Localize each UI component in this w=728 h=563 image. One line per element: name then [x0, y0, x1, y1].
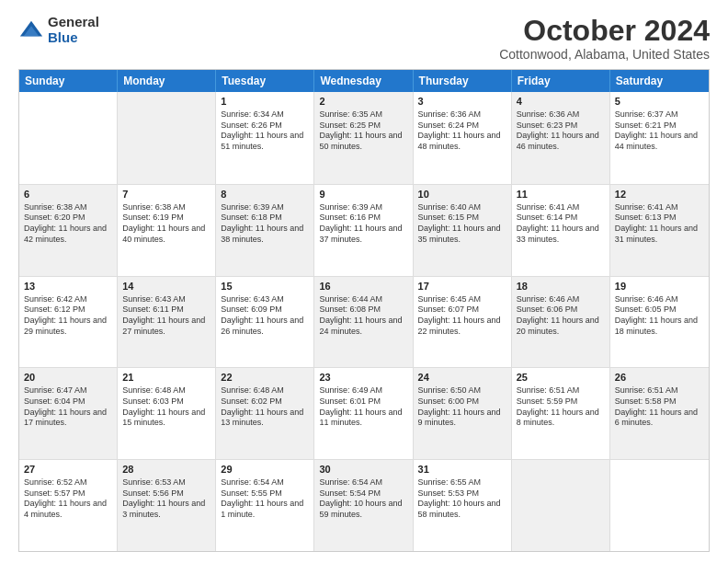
calendar-cell: 7Sunrise: 6:38 AM Sunset: 6:19 PM Daylig…: [118, 185, 216, 276]
cell-info: Sunrise: 6:34 AM Sunset: 6:26 PM Dayligh…: [221, 109, 309, 153]
calendar-cell: 6Sunrise: 6:38 AM Sunset: 6:20 PM Daylig…: [19, 185, 118, 276]
cell-info: Sunrise: 6:48 AM Sunset: 6:02 PM Dayligh…: [221, 385, 309, 429]
calendar-cell: 10Sunrise: 6:40 AM Sunset: 6:15 PM Dayli…: [414, 185, 512, 276]
day-number: 27: [24, 463, 112, 477]
calendar-cell: 22Sunrise: 6:48 AM Sunset: 6:02 PM Dayli…: [216, 368, 314, 459]
day-number: 3: [418, 95, 506, 109]
cell-info: Sunrise: 6:46 AM Sunset: 6:06 PM Dayligh…: [517, 294, 605, 338]
cell-info: Sunrise: 6:38 AM Sunset: 6:20 PM Dayligh…: [24, 202, 112, 246]
cell-info: Sunrise: 6:35 AM Sunset: 6:25 PM Dayligh…: [319, 109, 407, 153]
cell-info: Sunrise: 6:46 AM Sunset: 6:05 PM Dayligh…: [615, 294, 704, 338]
day-number: 20: [24, 371, 112, 385]
logo-blue: Blue: [48, 30, 99, 46]
calendar-cell: 4Sunrise: 6:36 AM Sunset: 6:23 PM Daylig…: [512, 92, 610, 184]
day-number: 17: [418, 280, 506, 293]
day-number: 10: [418, 188, 506, 201]
day-number: 31: [418, 463, 506, 477]
day-number: 21: [122, 371, 210, 385]
calendar-row: 27Sunrise: 6:52 AM Sunset: 5:57 PM Dayli…: [19, 459, 709, 551]
calendar-cell: 25Sunrise: 6:51 AM Sunset: 5:59 PM Dayli…: [512, 368, 610, 459]
day-number: 26: [615, 371, 704, 385]
calendar-cell: 23Sunrise: 6:49 AM Sunset: 6:01 PM Dayli…: [314, 368, 413, 459]
calendar-cell: [610, 460, 709, 551]
cell-info: Sunrise: 6:44 AM Sunset: 6:08 PM Dayligh…: [319, 294, 407, 338]
calendar-header-cell: Tuesday: [216, 70, 314, 92]
calendar-cell: 27Sunrise: 6:52 AM Sunset: 5:57 PM Dayli…: [19, 460, 118, 551]
day-number: 1: [221, 95, 309, 109]
cell-info: Sunrise: 6:36 AM Sunset: 6:23 PM Dayligh…: [517, 109, 605, 153]
day-number: 30: [319, 463, 407, 477]
calendar-cell: 2Sunrise: 6:35 AM Sunset: 6:25 PM Daylig…: [314, 92, 413, 184]
calendar-header-cell: Friday: [512, 70, 610, 92]
calendar-header-cell: Wednesday: [314, 70, 413, 92]
calendar-cell: 15Sunrise: 6:43 AM Sunset: 6:09 PM Dayli…: [216, 277, 314, 368]
day-number: 6: [24, 188, 112, 201]
cell-info: Sunrise: 6:45 AM Sunset: 6:07 PM Dayligh…: [418, 294, 506, 338]
calendar-cell: 3Sunrise: 6:36 AM Sunset: 6:24 PM Daylig…: [414, 92, 512, 184]
header: General Blue October 2024 Cottonwood, Al…: [18, 15, 710, 62]
title-block: October 2024 Cottonwood, Alabama, United…: [499, 15, 710, 62]
calendar-cell: 24Sunrise: 6:50 AM Sunset: 6:00 PM Dayli…: [414, 368, 512, 459]
logo: General Blue: [18, 15, 99, 45]
calendar-cell: 31Sunrise: 6:55 AM Sunset: 5:53 PM Dayli…: [414, 460, 512, 551]
calendar-row: 13Sunrise: 6:42 AM Sunset: 6:12 PM Dayli…: [19, 276, 709, 368]
day-number: 9: [319, 188, 407, 201]
day-number: 25: [517, 371, 605, 385]
day-number: 29: [221, 463, 309, 477]
day-number: 7: [122, 188, 210, 201]
day-number: 13: [24, 280, 112, 293]
day-number: 14: [122, 280, 210, 293]
calendar-cell: 20Sunrise: 6:47 AM Sunset: 6:04 PM Dayli…: [19, 368, 118, 459]
cell-info: Sunrise: 6:38 AM Sunset: 6:19 PM Dayligh…: [122, 202, 210, 246]
cell-info: Sunrise: 6:43 AM Sunset: 6:09 PM Dayligh…: [221, 294, 309, 338]
calendar-row: 20Sunrise: 6:47 AM Sunset: 6:04 PM Dayli…: [19, 367, 709, 459]
cell-info: Sunrise: 6:51 AM Sunset: 5:59 PM Dayligh…: [517, 385, 605, 429]
day-number: 18: [517, 280, 605, 293]
calendar-body: 1Sunrise: 6:34 AM Sunset: 6:26 PM Daylig…: [19, 92, 709, 551]
calendar-cell: 30Sunrise: 6:54 AM Sunset: 5:54 PM Dayli…: [314, 460, 413, 551]
cell-info: Sunrise: 6:39 AM Sunset: 6:18 PM Dayligh…: [221, 202, 309, 246]
calendar-header-cell: Monday: [118, 70, 216, 92]
calendar-header-cell: Saturday: [610, 70, 709, 92]
day-number: 24: [418, 371, 506, 385]
cell-info: Sunrise: 6:37 AM Sunset: 6:21 PM Dayligh…: [615, 109, 704, 153]
day-number: 23: [319, 371, 407, 385]
calendar-row: 6Sunrise: 6:38 AM Sunset: 6:20 PM Daylig…: [19, 184, 709, 276]
calendar-cell: 11Sunrise: 6:41 AM Sunset: 6:14 PM Dayli…: [512, 185, 610, 276]
day-number: 11: [517, 188, 605, 201]
calendar-cell: [118, 92, 216, 184]
cell-info: Sunrise: 6:50 AM Sunset: 6:00 PM Dayligh…: [418, 385, 506, 429]
day-number: 5: [615, 95, 704, 109]
cell-info: Sunrise: 6:39 AM Sunset: 6:16 PM Dayligh…: [319, 202, 407, 246]
cell-info: Sunrise: 6:42 AM Sunset: 6:12 PM Dayligh…: [24, 294, 112, 338]
calendar-cell: 17Sunrise: 6:45 AM Sunset: 6:07 PM Dayli…: [414, 277, 512, 368]
logo-text: General Blue: [48, 15, 99, 45]
cell-info: Sunrise: 6:43 AM Sunset: 6:11 PM Dayligh…: [122, 294, 210, 338]
day-number: 8: [221, 188, 309, 201]
cell-info: Sunrise: 6:54 AM Sunset: 5:54 PM Dayligh…: [319, 477, 407, 521]
calendar-cell: 28Sunrise: 6:53 AM Sunset: 5:56 PM Dayli…: [118, 460, 216, 551]
day-number: 4: [517, 95, 605, 109]
calendar-cell: 8Sunrise: 6:39 AM Sunset: 6:18 PM Daylig…: [216, 185, 314, 276]
day-number: 15: [221, 280, 309, 293]
calendar-cell: [512, 460, 610, 551]
logo-icon: [18, 17, 44, 43]
day-number: 16: [319, 280, 407, 293]
calendar-cell: [19, 92, 118, 184]
calendar-header-cell: Sunday: [19, 70, 118, 92]
calendar-cell: 5Sunrise: 6:37 AM Sunset: 6:21 PM Daylig…: [610, 92, 709, 184]
calendar-cell: 1Sunrise: 6:34 AM Sunset: 6:26 PM Daylig…: [216, 92, 314, 184]
calendar-cell: 14Sunrise: 6:43 AM Sunset: 6:11 PM Dayli…: [118, 277, 216, 368]
cell-info: Sunrise: 6:52 AM Sunset: 5:57 PM Dayligh…: [24, 477, 112, 521]
logo-general: General: [48, 15, 99, 30]
day-number: 2: [319, 95, 407, 109]
cell-info: Sunrise: 6:41 AM Sunset: 6:13 PM Dayligh…: [615, 202, 704, 246]
main-title: October 2024: [499, 15, 710, 47]
calendar-cell: 26Sunrise: 6:51 AM Sunset: 5:58 PM Dayli…: [610, 368, 709, 459]
calendar-cell: 12Sunrise: 6:41 AM Sunset: 6:13 PM Dayli…: [610, 185, 709, 276]
cell-info: Sunrise: 6:48 AM Sunset: 6:03 PM Dayligh…: [122, 385, 210, 429]
page: General Blue October 2024 Cottonwood, Al…: [0, 0, 728, 563]
day-number: 19: [615, 280, 704, 293]
cell-info: Sunrise: 6:41 AM Sunset: 6:14 PM Dayligh…: [517, 202, 605, 246]
cell-info: Sunrise: 6:55 AM Sunset: 5:53 PM Dayligh…: [418, 477, 506, 521]
